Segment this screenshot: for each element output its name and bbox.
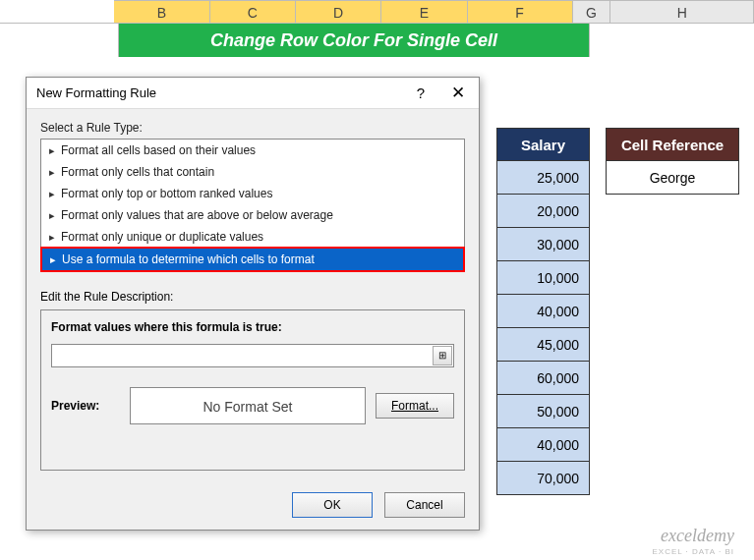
col-header-d[interactable]: D [296,0,381,23]
col-header-f[interactable]: F [468,0,573,23]
salary-cell[interactable]: 25,000 [496,161,590,195]
format-button[interactable]: Format... [376,393,454,419]
header-spacer [0,0,114,23]
rule-item[interactable]: Format only cells that contain [41,161,464,183]
rule-type-list[interactable]: Format all cells based on their values F… [40,139,465,272]
spreadsheet-grid: B C D E F G H Change Row Color For Singl… [0,0,754,57]
salary-cell[interactable]: 70,000 [496,462,590,495]
salary-cell[interactable]: 50,000 [496,395,590,428]
close-button[interactable]: ✕ [443,78,473,109]
formula-input[interactable] [51,344,454,367]
col-header-e[interactable]: E [381,0,467,23]
rule-item[interactable]: Format all cells based on their values [41,140,464,161]
sheet-title-banner: Change Row Color For Single Cell [118,24,590,57]
col-header-c[interactable]: C [210,0,296,23]
new-formatting-rule-dialog: New Formatting Rule ? ✕ Select a Rule Ty… [26,77,480,531]
formula-label: Format values where this formula is true… [51,320,454,334]
help-button[interactable]: ? [406,78,435,109]
watermark-subtitle: EXCEL · DATA · BI [652,547,734,556]
preview-label: Preview: [51,399,120,413]
column-headers: B C D E F G H [0,0,754,24]
rule-item[interactable]: Format only top or bottom ranked values [41,183,464,204]
preview-box: No Format Set [130,387,366,424]
col-header-b[interactable]: B [114,0,209,23]
dialog-body: Select a Rule Type: Format all cells bas… [27,109,479,484]
salary-cell[interactable]: 10,000 [496,261,590,295]
reference-header: Cell Reference [606,128,739,161]
edit-description-label: Edit the Rule Description: [40,290,465,304]
watermark: exceldemy [661,526,734,546]
cancel-button[interactable]: Cancel [384,492,465,518]
salary-cell[interactable]: 40,000 [496,295,590,328]
edit-description-box: Format values where this formula is true… [40,309,465,471]
reference-column: Cell Reference George [606,128,739,195]
rule-item[interactable]: Format only values that are above or bel… [41,204,464,226]
salary-column: Salary 25,000 20,000 30,000 10,000 40,00… [496,128,590,495]
salary-cell[interactable]: 45,000 [496,328,590,362]
salary-cell[interactable]: 30,000 [496,228,590,261]
salary-cell[interactable]: 20,000 [496,195,590,228]
col-header-g[interactable]: G [573,0,611,23]
salary-cell[interactable]: 60,000 [496,362,590,395]
salary-header: Salary [496,128,590,161]
col-header-h[interactable]: H [610,0,754,23]
dialog-titlebar[interactable]: New Formatting Rule ? ✕ [27,78,479,109]
select-rule-label: Select a Rule Type: [40,121,465,135]
dialog-title-text: New Formatting Rule [36,85,156,100]
salary-cell[interactable]: 40,000 [496,428,590,462]
dialog-button-row: OK Cancel [27,484,479,530]
rule-item-selected[interactable]: Use a formula to determine which cells t… [40,247,465,272]
reference-cell[interactable]: George [606,161,739,195]
ok-button[interactable]: OK [292,492,373,518]
rule-item[interactable]: Format only unique or duplicate values [41,226,464,248]
range-selector-icon[interactable]: ⊞ [433,346,452,365]
